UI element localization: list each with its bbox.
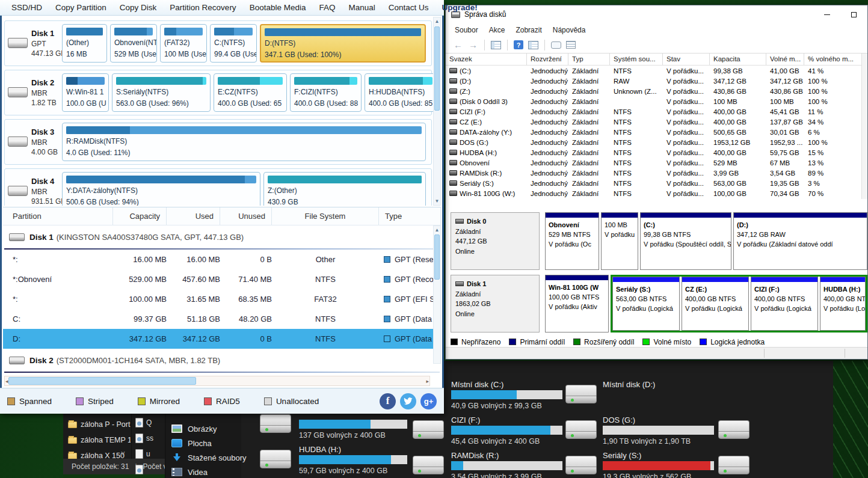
forward-icon[interactable]: → <box>466 40 481 50</box>
file-item[interactable] <box>135 464 146 476</box>
chevron-down-icon[interactable]: ˅ <box>121 450 125 458</box>
googleplus-icon[interactable]: g+ <box>420 393 437 409</box>
menu-item-contact-us[interactable]: Contact Us <box>382 3 436 12</box>
volume-list-header[interactable]: SvazekRozvrženíTypSystém sou...StavKapac… <box>446 54 861 66</box>
table-row[interactable]: *:100.00 MB31.65 MB68.35 MBFAT32GPT (EFI… <box>3 289 441 309</box>
column-header-8[interactable]: % volného m... <box>804 54 862 65</box>
menu-item-copy-partition[interactable]: Copy Partition <box>49 3 113 12</box>
partition-block[interactable]: C:(NTFS)99.4 GB (Use <box>210 24 257 63</box>
help-icon[interactable]: ? <box>514 40 523 49</box>
partition-block[interactable]: E:CZ(NTFS)400.0 GB (Used: 65 <box>214 73 287 112</box>
volume-list-scrollbar[interactable] <box>861 54 867 199</box>
partition-block[interactable]: (Other)16 MB <box>62 24 107 63</box>
usage-bar[interactable] <box>603 426 714 435</box>
menu-item-bootable-media[interactable]: Bootable Media <box>243 3 313 12</box>
volume-row[interactable]: (D:)JednoduchýZákladníRAWV pořádku...347… <box>446 76 861 86</box>
volume-row[interactable]: CZ (E:)JednoduchýZákladníNTFSV pořádku..… <box>446 117 861 127</box>
menu-item-zobrazit[interactable]: Zobrazit <box>510 26 547 34</box>
column-header-type[interactable]: Type <box>379 207 441 225</box>
partition-block[interactable]: (FAT32)100 MB (Use <box>160 24 207 63</box>
partition-block[interactable]: Z:(Other)430.9 GB <box>263 172 426 206</box>
column-header-capacity[interactable]: Capacity <box>113 207 167 225</box>
usage-bar[interactable] <box>299 455 407 464</box>
disk-info-cell[interactable]: Disk 1Základní1863,02 GBOnline <box>451 275 540 332</box>
folder-item[interactable]: záloha P - Port <box>68 418 131 431</box>
drive-tile[interactable]: RAMDisk (R:)3,54 GB volných z 3,99 GB <box>451 451 565 478</box>
table-row[interactable]: *:16.00 MB16.00 MB0 BOtherGPT (Reserve <box>3 250 441 269</box>
column-header-7[interactable]: Volné m... <box>766 54 804 65</box>
column-header-3[interactable]: Typ <box>568 54 610 65</box>
menu-item-n-pov-da[interactable]: Nápověda <box>547 26 591 34</box>
disk-segment[interactable]: 100 MBV pořádku <box>601 212 638 270</box>
file-item[interactable]: Q <box>135 417 152 429</box>
disk-segment[interactable]: CIZI (F:)400,00 GB NTFSV pořádku (Logick… <box>751 277 818 331</box>
action-pane-icon[interactable] <box>528 41 538 49</box>
drive-icon[interactable] <box>413 456 444 474</box>
volume-row[interactable]: (Disk 0 Oddíl 3)JednoduchýZákladníV pořá… <box>446 96 861 106</box>
back-icon[interactable]: ← <box>451 40 466 50</box>
column-header-unused[interactable]: Unused <box>220 207 272 225</box>
drive-icon[interactable] <box>413 420 444 439</box>
drive-tile[interactable]: HUDBA (H:)59,7 GB volných z 400 GB <box>299 445 413 475</box>
menu-item-copy-disk[interactable]: Copy Disk <box>113 3 164 12</box>
menu-item-akce[interactable]: Akce <box>484 26 511 34</box>
disk-segment[interactable]: Seriály (S:)563,00 GB NTFSV pořádku (Log… <box>612 277 680 331</box>
drive-icon[interactable] <box>260 450 291 468</box>
nav-item-downloads[interactable]: Stažené soubory <box>171 451 242 464</box>
drive-icon[interactable] <box>565 385 597 403</box>
disk-segment[interactable]: Obnovení529 MB NTFSV pořádku (Oc <box>545 212 599 270</box>
scroll-up-icon[interactable]: ▲ <box>434 17 440 25</box>
file-item[interactable]: ss <box>135 432 153 444</box>
table-row[interactable]: D:347.12 GB347.12 GB0 BNTFSGPT (Data Pa <box>3 329 441 349</box>
column-header-file-system[interactable]: File System <box>272 207 379 225</box>
menu-item-manual[interactable]: Manual <box>342 3 381 12</box>
table-row[interactable]: *:Obnovení529.00 MB457.60 MB71.40 MBNTFS… <box>3 269 441 289</box>
menu-item-partition-recovery[interactable]: Partition Recovery <box>163 3 242 12</box>
menu-item-faq[interactable]: FAQ <box>312 3 342 12</box>
horizontal-scrollbar[interactable]: ◂ ▸ <box>4 376 430 386</box>
drive-icon[interactable] <box>718 456 749 474</box>
partition-block[interactable]: S:Seriály(NTFS)563.0 GB (Used: 96%) <box>112 73 211 112</box>
volume-row[interactable]: DATA-zálohy (Y:)JednoduchýZákladníNTFSV … <box>446 127 861 137</box>
partition-block[interactable]: F:CIZI(NTFS)400.0 GB (Used: 88 <box>290 73 362 112</box>
drive-tile[interactable]: DOS (G:)1,90 TB volných z 1,90 TB <box>603 415 717 446</box>
file-item[interactable]: u <box>135 448 150 460</box>
nav-item-desktop[interactable]: Plocha <box>171 437 242 450</box>
folder-item[interactable]: záloha TEMP 1 <box>68 434 131 446</box>
menu-item-upgrade-[interactable]: Upgrade! <box>436 3 484 12</box>
volume-row[interactable]: RAMDisk (R:)JednoduchýZákladníNTFSV pořá… <box>446 168 861 178</box>
nav-item-videos[interactable]: Videa <box>171 465 242 478</box>
partition-block[interactable]: R:RAMDisk(NTFS)4.0 GB (Used: 11%) <box>62 123 426 161</box>
disk-segment[interactable]: (D:)347,12 GB RAWV pořádku (Základní dat… <box>733 212 867 270</box>
scrollbar-thumb[interactable] <box>434 234 440 280</box>
usage-bar[interactable] <box>451 461 562 470</box>
scroll-up-icon[interactable]: ▲ <box>434 226 440 234</box>
disk-info-cell[interactable]: Disk 0Základní447,12 GBOnline <box>451 212 540 270</box>
drive-tile[interactable]: 137 GB volných z 400 GB <box>299 409 413 440</box>
disk-segment[interactable]: (C:)99,38 GB NTFSV pořádku (Spouštěcí od… <box>640 212 731 270</box>
nav-item-pictures[interactable]: Obrázky <box>171 422 242 435</box>
column-header-partition[interactable]: Partition <box>3 207 113 225</box>
volume-row[interactable]: Seriály (S:)JednoduchýZákladníNTFSV pořá… <box>446 178 861 188</box>
drive-tile[interactable]: Seriály (S:)19,3 GB volných z 562 GB <box>603 451 717 478</box>
volume-row[interactable]: ObnoveníJednoduchýZákladníNTFSV pořádku.… <box>446 158 861 168</box>
dialog-icon[interactable] <box>551 41 561 49</box>
drive-icon[interactable] <box>260 414 291 433</box>
column-header-4[interactable]: Systém sou... <box>610 54 663 65</box>
volume-row[interactable]: (Z:)JednoduchýZákladníUnknown (Z...V poř… <box>446 86 861 96</box>
table-scrollbar[interactable]: ▲ <box>433 225 441 364</box>
maximize-button[interactable] <box>840 5 867 23</box>
twitter-icon[interactable] <box>400 393 416 409</box>
scroll-down-icon[interactable]: ▼ <box>434 197 440 205</box>
partition-block[interactable]: H:HUDBA(NTFS)400.0 GB (Used: 85 <box>365 73 433 112</box>
volume-row[interactable]: Win-81 100G (W:)JednoduchýZákladníNTFSV … <box>446 188 861 198</box>
usage-bar[interactable] <box>603 461 714 470</box>
scroll-right-icon[interactable]: ▸ <box>426 376 429 385</box>
scrollbar-thumb[interactable] <box>8 377 196 385</box>
partition-block[interactable]: W:Win-81 1100.0 GB (U <box>62 73 109 112</box>
volume-row[interactable]: (C:)JednoduchýZákladníNTFSV pořádku...99… <box>446 66 861 76</box>
usage-bar[interactable] <box>451 426 562 435</box>
drive-icon[interactable] <box>718 420 749 439</box>
disk-segment[interactable]: Win-81 100G (W100,00 GB NTFSV pořádku (A… <box>545 275 609 332</box>
drive-icon[interactable] <box>565 420 597 439</box>
